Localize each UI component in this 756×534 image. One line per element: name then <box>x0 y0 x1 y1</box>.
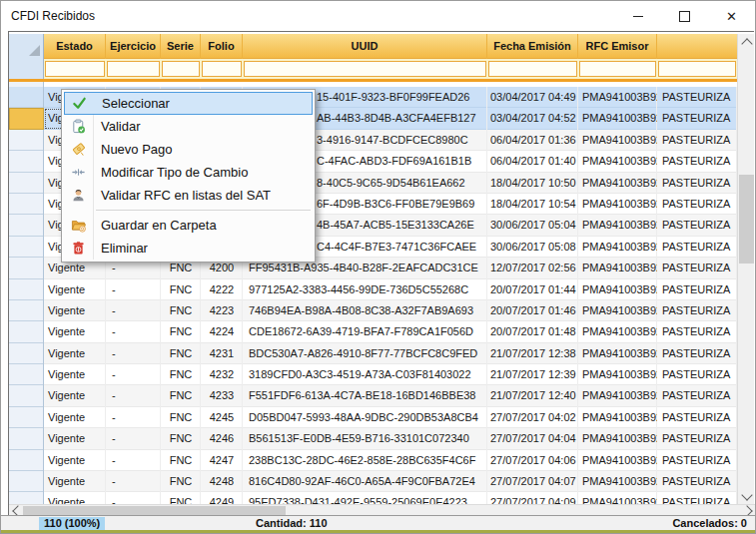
menu-item-guardar-en-carpeta[interactable]: Guardar en Carpeta <box>64 214 313 237</box>
row-header[interactable] <box>9 364 44 385</box>
row-header[interactable] <box>9 130 44 151</box>
vertical-scrollbar[interactable] <box>737 34 754 504</box>
cell-rfc: PMA941003B92 <box>578 173 657 194</box>
column-header-emisor[interactable]: N <box>657 34 741 59</box>
row-header[interactable] <box>9 321 44 342</box>
cell-uuid: D05BD047-5993-48AA-9DBC-290DB53A8CB4 <box>243 407 487 428</box>
row-header[interactable] <box>9 194 44 215</box>
table-row[interactable]: Vigente-FNC4247238BC13C-28DC-46E2-858E-2… <box>9 450 738 471</box>
row-header[interactable] <box>9 258 44 278</box>
row-header[interactable] <box>9 237 44 258</box>
cell-rfc: PMA941003B92 <box>578 492 657 504</box>
cell-emisor: PASTEURIZA <box>657 173 737 194</box>
cell-rfc: PMA941003B92 <box>578 215 657 236</box>
minimize-button[interactable] <box>614 1 661 31</box>
filter-cell-rfc <box>578 59 657 79</box>
filter-input-folio[interactable] <box>202 61 242 77</box>
table-row[interactable]: Vigente-FNC4248816C4D80-92AF-46C0-A65A-4… <box>9 471 738 492</box>
cell-rfc: PMA941003B92 <box>578 130 657 151</box>
cell-serie: FNC <box>161 450 201 471</box>
column-header-rfc[interactable]: RFC Emisor <box>578 34 657 59</box>
cell-emisor: PASTEURIZA <box>657 279 737 300</box>
cell-estado: Vigente <box>44 364 106 385</box>
row-header[interactable] <box>9 87 44 108</box>
cell-uuid: 3189CFD0-A3C3-4519-A73A-C03F81403022 <box>243 364 487 385</box>
column-header-ejercicio[interactable]: Ejercicio <box>106 34 161 59</box>
window-bottom-strip <box>1 530 755 533</box>
current-row-indicator[interactable] <box>9 108 44 129</box>
menu-item-validar-rfc-en-listas-del-sat[interactable]: Validar RFC en listas del SAT <box>64 184 313 207</box>
table-row[interactable]: Vigente-FNC4245D05BD047-5993-48AA-9DBC-2… <box>9 407 738 428</box>
table-row[interactable]: Vigente-FNC4231BDC530A7-A826-4910-8F77-7… <box>9 343 738 364</box>
cell-serie: FNC <box>161 471 201 492</box>
filter-input-fecha[interactable] <box>488 61 577 77</box>
cell-rfc: PMA941003B92 <box>578 194 657 215</box>
table-row[interactable]: Vigente-FNC4246B561513F-E0DB-4E59-B716-3… <box>9 428 738 449</box>
column-header-serie[interactable]: Serie <box>161 34 201 59</box>
cell-folio: 4224 <box>201 321 243 342</box>
cell-serie: FNC <box>161 385 201 406</box>
cell-ejercicio: - <box>106 471 161 492</box>
filter-input-rfc[interactable] <box>579 61 656 77</box>
table-row[interactable]: Vigente-FNC4233F551FDF6-613A-4C7A-BE18-1… <box>9 385 738 406</box>
maximize-icon <box>679 11 690 22</box>
maximize-button[interactable] <box>661 1 708 31</box>
row-header[interactable] <box>9 151 44 172</box>
filter-input-ejercicio[interactable] <box>107 61 160 77</box>
cell-emisor: PASTEURIZA <box>657 300 737 321</box>
scroll-up-button[interactable] <box>738 34 755 50</box>
vertical-scrollbar-thumb[interactable] <box>739 175 754 264</box>
filter-cell-uuid <box>243 59 487 79</box>
menu-item-validar[interactable]: Validar <box>64 115 313 138</box>
row-header[interactable] <box>9 471 44 492</box>
filter-row <box>9 59 737 79</box>
cell-fecha: 03/04/2017 04:49 <box>487 87 578 108</box>
table-row[interactable]: Vigente-FNC4223746B94EA-B98A-4B08-8C38-A… <box>9 300 738 321</box>
cell-estado: Vigente <box>44 385 106 406</box>
row-header[interactable] <box>9 300 44 321</box>
exchange-rate-icon <box>64 165 92 180</box>
cell-rfc: PMA941003B92 <box>578 321 657 342</box>
menu-item-modificar-tipo-de-cambio[interactable]: Modificar Tipo de Cambio <box>64 161 313 184</box>
filter-input-emisor[interactable] <box>658 61 736 77</box>
cell-estado: Vigente <box>44 428 106 449</box>
row-header[interactable] <box>9 428 44 449</box>
menu-item-seleccionar[interactable]: Seleccionar <box>64 92 313 115</box>
row-header[interactable] <box>9 343 44 364</box>
column-header-uuid[interactable]: UUID <box>243 34 487 59</box>
table-row[interactable]: Vigente-FNC424995ED7338-D431-492E-9559-2… <box>9 492 738 504</box>
row-header[interactable] <box>9 215 44 236</box>
cell-fecha: 27/07/2017 04:07 <box>487 471 578 492</box>
scroll-down-button[interactable] <box>738 488 755 504</box>
record-count-badge: 110 (100%) <box>39 517 105 530</box>
select-all-corner[interactable] <box>9 34 44 59</box>
menu-item-nuevo-pago[interactable]: Nuevo Pago <box>64 138 313 161</box>
close-button[interactable]: ✕ <box>708 1 755 31</box>
column-header-fecha[interactable]: Fecha Emisión <box>487 34 578 59</box>
cell-emisor: PASTEURIZA <box>657 385 737 406</box>
cell-fecha: 30/06/2017 05:04 <box>487 215 578 236</box>
filter-input-estado[interactable] <box>45 61 105 77</box>
filter-input-serie[interactable] <box>162 61 200 77</box>
cell-fecha: 06/04/2017 01:36 <box>487 130 578 151</box>
row-header[interactable] <box>9 279 44 300</box>
cfdi-recibidos-window: CFDI Recibidos ✕ EstadoEjercicioSerieFol… <box>0 0 756 534</box>
table-row[interactable]: Vigente-FNC4222977125A2-3383-4456-99DE-7… <box>9 279 738 300</box>
row-header[interactable] <box>9 450 44 471</box>
column-header-estado[interactable]: Estado <box>44 34 106 59</box>
filter-input-uuid[interactable] <box>244 61 486 77</box>
table-row[interactable]: Vigente-FNC4224CDE18672-6A39-4719-BFA7-F… <box>9 321 738 342</box>
cell-uuid: 746B94EA-B98A-4B08-8C38-A32F7AB9A693 <box>243 300 487 321</box>
row-header[interactable] <box>9 492 44 504</box>
cell-ejercicio: - <box>106 279 161 300</box>
row-header[interactable] <box>9 385 44 406</box>
filter-cell-folio <box>201 59 243 79</box>
title-bar[interactable]: CFDI Recibidos ✕ <box>1 1 755 31</box>
row-header[interactable] <box>9 407 44 428</box>
table-row[interactable]: Vigente-FNC42323189CFD0-A3C3-4519-A73A-C… <box>9 364 738 385</box>
menu-item-eliminar[interactable]: Eliminar <box>64 237 313 260</box>
row-header[interactable] <box>9 173 44 194</box>
cell-rfc: PMA941003B92 <box>578 343 657 364</box>
cell-fecha: 27/07/2017 04:02 <box>487 407 578 428</box>
column-header-folio[interactable]: Folio <box>201 34 243 59</box>
